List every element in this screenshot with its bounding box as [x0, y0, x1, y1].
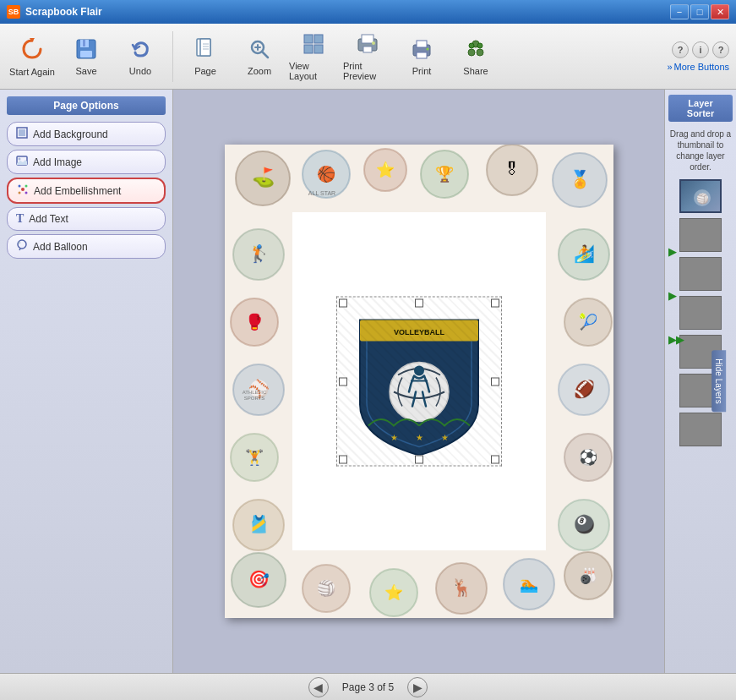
toolbar: Start Again Save Undo: [0, 24, 736, 90]
svg-text:⭐: ⭐: [384, 583, 404, 602]
svg-text:🏊: 🏊: [520, 575, 539, 593]
svg-text:🎽: 🎽: [248, 514, 269, 534]
page-button[interactable]: Page: [180, 28, 231, 85]
svg-rect-3: [80, 51, 92, 57]
layer-hint: Drag and drop a thumbnail to change laye…: [668, 129, 733, 172]
next-page-button[interactable]: ▶: [407, 677, 428, 697]
handle-bl[interactable]: [339, 456, 347, 464]
handle-bm[interactable]: [415, 456, 423, 464]
add-background-label: Add Background: [33, 129, 108, 140]
print-icon: [410, 37, 433, 64]
handle-br[interactable]: [491, 456, 499, 464]
svg-text:ALL STAR: ALL STAR: [308, 190, 335, 196]
info-icon[interactable]: i: [692, 41, 709, 58]
layer-thumb-3[interactable]: [679, 257, 722, 291]
svg-text:🥊: 🥊: [245, 313, 264, 331]
zoom-label: Zoom: [248, 66, 271, 76]
svg-line-11: [262, 52, 268, 57]
svg-rect-4: [83, 40, 85, 46]
handle-tm[interactable]: [415, 299, 423, 308]
layer-thumb-1[interactable]: 🏐: [679, 179, 722, 213]
zoom-icon: [248, 37, 271, 64]
handle-tl[interactable]: [339, 299, 347, 308]
minimize-button[interactable]: −: [670, 4, 689, 19]
svg-text:🎯: 🎯: [248, 569, 269, 589]
svg-text:🎖: 🎖: [504, 160, 521, 178]
layer-thumb-4[interactable]: [679, 296, 722, 330]
svg-rect-17: [314, 45, 323, 53]
add-embellishment-button[interactable]: Add Embellishment: [7, 178, 166, 204]
print-preview-button[interactable]: Print Preview: [342, 28, 393, 85]
prev-page-button[interactable]: ◀: [308, 677, 329, 697]
page-label: Page: [194, 66, 216, 76]
svg-point-38: [19, 192, 21, 194]
svg-text:🏈: 🏈: [573, 379, 594, 399]
layer-arrow-3[interactable]: ▶▶: [668, 334, 684, 346]
maximize-button[interactable]: □: [690, 4, 709, 19]
layer-thumb-7[interactable]: [679, 413, 722, 446]
svg-text:⚽: ⚽: [579, 448, 598, 467]
svg-point-39: [25, 192, 28, 194]
zoom-button[interactable]: Zoom: [234, 28, 285, 85]
undo-button[interactable]: Undo: [115, 28, 166, 85]
view-layout-button[interactable]: View Layout: [288, 28, 339, 85]
handle-mr[interactable]: [491, 377, 499, 386]
add-image-button[interactable]: Add Image: [7, 150, 166, 174]
layer-arrow-2[interactable]: ▶: [668, 290, 684, 302]
add-balloon-button[interactable]: Add Balloon: [7, 234, 166, 259]
help-icon-1[interactable]: ?: [672, 41, 689, 58]
help-icon-2[interactable]: ?: [712, 41, 729, 58]
next-icon: ▶: [413, 681, 423, 694]
embellishment-container[interactable]: VOLLEYBALL ★ ★: [343, 304, 495, 460]
svg-text:🏆: 🏆: [435, 165, 455, 183]
save-button[interactable]: Save: [61, 28, 112, 85]
canvas-area: ⛳ 🏀 ⭐ 🏆 🎖 🏅 🎯 🏐 ⭐: [173, 90, 664, 673]
toolbar-right: ? i ? » More Buttons: [667, 41, 729, 72]
svg-rect-6: [200, 39, 210, 56]
svg-point-36: [19, 185, 21, 188]
page-options-title: Page Options: [7, 96, 166, 115]
print-label: Print: [412, 66, 432, 76]
svg-rect-32: [19, 129, 25, 136]
title-bar: SB Scrapbook Flair − □ ✕: [0, 0, 736, 24]
close-button[interactable]: ✕: [711, 4, 729, 19]
svg-text:🏋: 🏋: [245, 448, 264, 467]
svg-point-42: [19, 242, 20, 243]
view-layout-icon: [302, 32, 325, 59]
svg-rect-16: [304, 45, 313, 53]
title-bar-controls: − □ ✕: [670, 4, 729, 19]
svg-text:🎳: 🎳: [579, 566, 598, 585]
layer-thumb-2[interactable]: [679, 218, 722, 252]
prev-icon: ◀: [313, 681, 323, 694]
add-text-button[interactable]: T Add Text: [7, 207, 166, 231]
share-button[interactable]: Share: [450, 28, 501, 85]
handle-tr[interactable]: [491, 299, 499, 308]
add-embellishment-label: Add Embellishment: [34, 185, 121, 197]
svg-rect-23: [417, 41, 427, 47]
app-title: Scrapbook Flair: [25, 6, 102, 18]
svg-text:⭐: ⭐: [376, 161, 395, 179]
svg-point-35: [21, 188, 25, 191]
handle-ml[interactable]: [339, 377, 347, 386]
hide-layers-tab[interactable]: Hide Layers: [711, 350, 726, 412]
svg-rect-15: [314, 35, 323, 43]
svg-text:SPORTS: SPORTS: [243, 396, 264, 401]
svg-text:🏀: 🏀: [317, 165, 336, 183]
balloon-icon: [16, 239, 28, 254]
svg-text:🏌: 🏌: [248, 243, 269, 264]
svg-rect-14: [304, 35, 313, 43]
svg-text:⛳: ⛳: [251, 166, 275, 189]
more-buttons[interactable]: » More Buttons: [667, 62, 729, 72]
save-label: Save: [75, 66, 96, 76]
start-again-button[interactable]: Start Again: [7, 28, 57, 85]
undo-label: Undo: [129, 66, 151, 76]
svg-text:🏐: 🏐: [696, 192, 709, 205]
print-button[interactable]: Print: [396, 28, 447, 85]
add-background-button[interactable]: Add Background: [7, 122, 166, 146]
print-preview-label: Print Preview: [343, 61, 392, 81]
layer-arrow-1[interactable]: ▶: [668, 246, 684, 258]
svg-text:ATHLETIC: ATHLETIC: [242, 390, 266, 395]
embellishment-icon: [17, 183, 29, 198]
add-image-label: Add Image: [33, 156, 82, 168]
page-canvas[interactable]: ⛳ 🏀 ⭐ 🏆 🎖 🏅 🎯 🏐 ⭐: [225, 145, 613, 618]
